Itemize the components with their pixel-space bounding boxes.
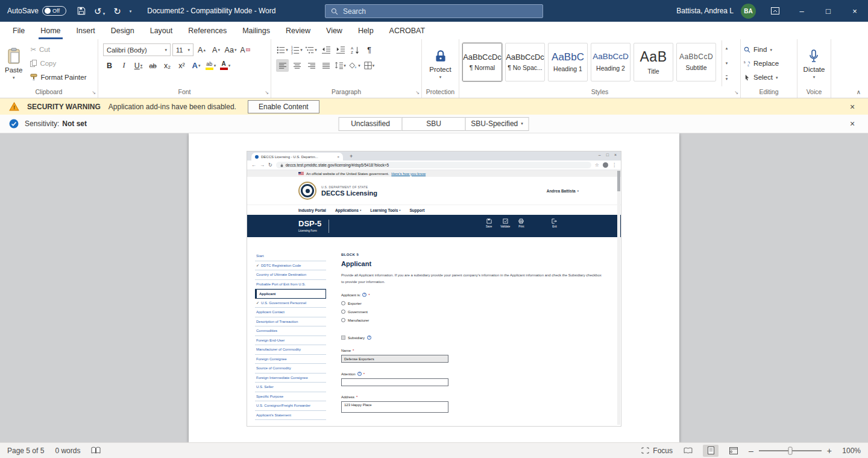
replace-button[interactable]: bc Replace: [741, 57, 782, 70]
strikethrough-button[interactable]: ab: [146, 59, 159, 72]
change-case-button[interactable]: Aa▾: [224, 43, 237, 56]
minimize-button[interactable]: –: [788, 0, 815, 22]
print-layout-button[interactable]: [703, 445, 719, 457]
radio-icon[interactable]: [341, 318, 345, 322]
decrease-indent-button[interactable]: [319, 43, 332, 56]
radio-icon[interactable]: [341, 310, 345, 314]
font-dialog-launcher[interactable]: ↘: [265, 91, 269, 95]
redo-button[interactable]: ↻: [113, 7, 121, 16]
bullets-button[interactable]: ▾: [276, 43, 289, 56]
find-button[interactable]: Find▾: [741, 43, 782, 56]
account-name[interactable]: Battista, Andrea L: [676, 7, 734, 15]
shading-button[interactable]: ▾: [348, 59, 361, 72]
form-section-link[interactable]: ✓ Commodities: [255, 326, 326, 336]
underline-button[interactable]: U▾: [132, 59, 145, 72]
ribbon-tab[interactable]: Help: [350, 22, 382, 39]
radio-option[interactable]: Exporter: [341, 301, 608, 305]
superscript-button[interactable]: x²: [175, 59, 188, 72]
address-input[interactable]: 123 Happy Place: [341, 401, 448, 413]
exit-form-button[interactable]: Exit: [552, 218, 557, 228]
tab-close-icon[interactable]: ×: [337, 155, 339, 159]
clipboard-dialog-launcher[interactable]: ↘: [92, 91, 96, 95]
page-indicator[interactable]: Page 5 of 5: [7, 447, 44, 455]
numbering-button[interactable]: 123▾: [291, 43, 303, 56]
read-mode-button[interactable]: [680, 445, 696, 457]
line-spacing-button[interactable]: ▾: [334, 59, 347, 72]
sensitivity-bar-close-icon[interactable]: ×: [846, 119, 859, 129]
autosave-switch[interactable]: Off: [42, 6, 66, 16]
form-section-link[interactable]: ✓ U.S. Government Personnel: [255, 299, 326, 308]
browser-menu-icon[interactable]: ⋮: [612, 163, 617, 168]
security-bar-close-icon[interactable]: ×: [846, 102, 859, 112]
proofing-errors-icon[interactable]: [91, 447, 101, 454]
attention-input[interactable]: [341, 378, 448, 386]
ribbon-tab[interactable]: Mailings: [234, 22, 278, 39]
show-paragraph-marks-button[interactable]: ¶: [363, 43, 376, 56]
nav-item[interactable]: Support ▾: [410, 208, 425, 212]
ribbon-tab[interactable]: Home: [33, 22, 68, 39]
new-tab-button[interactable]: +: [350, 154, 353, 159]
grow-font-button[interactable]: A▴: [195, 43, 208, 56]
style-no-spacing[interactable]: AaBbCcDc¶ No Spac...: [505, 43, 545, 81]
cut-button[interactable]: ✂Cut: [27, 43, 89, 56]
protect-button[interactable]: Protect ▾: [424, 40, 456, 86]
shrink-font-button[interactable]: A▾: [210, 43, 222, 56]
align-center-button[interactable]: [291, 59, 303, 72]
sort-button[interactable]: AZ: [348, 43, 361, 56]
validate-form-button[interactable]: Validate: [500, 218, 510, 228]
style-subtitle[interactable]: AaBbCcDSubtitle: [676, 43, 716, 81]
save-form-button[interactable]: Save: [486, 218, 492, 228]
how-you-know-link[interactable]: Here's how you know: [391, 172, 426, 176]
form-section-link[interactable]: ✓ Description of Transaction: [255, 317, 326, 327]
multilevel-list-button[interactable]: ▾: [305, 43, 318, 56]
form-section-link[interactable]: ✓ Source of Commodity: [255, 364, 326, 374]
font-family-combo[interactable]: Calibri (Body)▾: [103, 43, 171, 56]
info-icon[interactable]: ?: [357, 372, 362, 376]
form-section-link[interactable]: ✓ Foreign Consignee: [255, 355, 326, 364]
back-icon[interactable]: ←: [251, 163, 256, 168]
styles-dialog-launcher[interactable]: ↘: [734, 91, 738, 95]
dictate-button[interactable]: Dictate ▾: [799, 40, 830, 86]
style-heading1[interactable]: AaBbCHeading 1: [548, 43, 588, 81]
form-section-link[interactable]: ✓ Applicant: [255, 289, 326, 299]
info-icon[interactable]: ?: [362, 293, 366, 297]
zoom-slider-thumb[interactable]: [788, 447, 792, 454]
bold-button[interactable]: B: [103, 59, 116, 72]
align-left-button[interactable]: [276, 59, 289, 72]
ribbon-tab[interactable]: Layout: [142, 22, 181, 39]
search-bar[interactable]: [325, 4, 543, 18]
sensitivity-option-button[interactable]: SBU-Specified ▾: [465, 117, 529, 131]
styles-scroll-down-button[interactable]: ▾: [722, 56, 731, 71]
subsidiary-checkbox[interactable]: [341, 336, 345, 340]
zoom-level[interactable]: 100%: [839, 447, 861, 455]
form-section-link[interactable]: ✓ Applicant's Statement: [255, 411, 326, 421]
word-count[interactable]: 0 words: [55, 447, 80, 455]
browser-maximize-icon[interactable]: □: [606, 153, 609, 157]
url-field[interactable]: deccs.test.pmddtc.state.gov/licensing/#/…: [276, 162, 591, 168]
nav-item[interactable]: Learning Tools ▾: [370, 208, 400, 212]
paste-button[interactable]: Paste ▾: [0, 40, 27, 86]
ribbon-tab[interactable]: Design: [103, 22, 142, 39]
zoom-out-button[interactable]: –: [749, 446, 753, 456]
undo-button[interactable]: ↺▾: [94, 7, 105, 16]
search-input[interactable]: [343, 7, 537, 16]
ribbon-display-options-button[interactable]: [762, 0, 788, 22]
form-section-link[interactable]: ✓ Country of Ultimate Destination: [255, 270, 326, 280]
select-button[interactable]: Select▾: [741, 71, 782, 84]
ribbon-tab[interactable]: File: [5, 22, 33, 39]
style-title[interactable]: AaBTitle: [634, 43, 673, 81]
close-button[interactable]: ×: [841, 0, 868, 22]
web-layout-button[interactable]: [726, 445, 741, 457]
styles-more-button[interactable]: ▾: [722, 71, 731, 86]
zoom-slider[interactable]: [759, 450, 822, 451]
ribbon-tab[interactable]: Insert: [69, 22, 103, 39]
autosave-toggle[interactable]: AutoSave Off: [7, 6, 66, 16]
zoom-in-button[interactable]: +: [827, 446, 832, 456]
document-canvas[interactable]: DECCS Licensing - U.S. Departm... × + – …: [0, 133, 868, 442]
form-section-link[interactable]: ✓ U.S. Consignor/Freight Forwarder: [255, 401, 326, 411]
radio-icon[interactable]: [341, 301, 345, 305]
document-page[interactable]: DECCS Licensing - U.S. Departm... × + – …: [189, 133, 679, 442]
form-section-link[interactable]: ✓ Probable Port of Exit from U.S.: [255, 280, 326, 290]
format-painter-button[interactable]: Format Painter: [27, 71, 89, 84]
nav-item[interactable]: Industry Portal ▾: [298, 208, 326, 212]
